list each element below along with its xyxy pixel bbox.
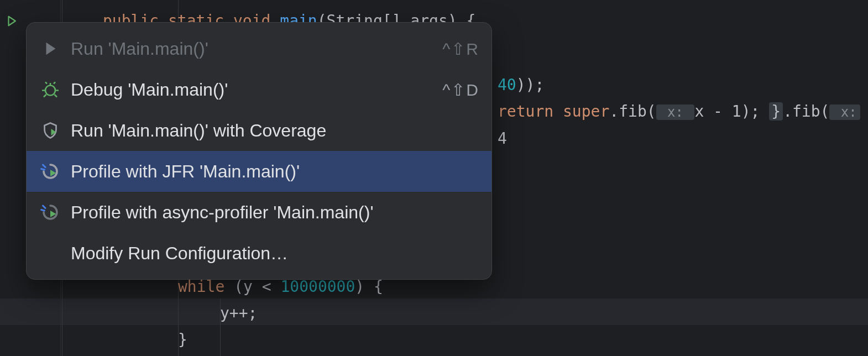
menu-label: Modify Run Configuration… [71,243,479,264]
menu-label: Profile with async-profiler 'Main.main()… [71,202,479,223]
brace-highlight: } [769,102,783,121]
number-literal: 40 [498,76,516,94]
keyword: return [498,102,563,121]
menu-item-run[interactable]: Run 'Main.main()' ^⇧R [27,28,491,69]
run-context-menu: Run 'Main.main()' ^⇧R Debug 'Main.main()… [26,22,492,280]
code-line[interactable]: return super.fib( x: x - 1); }.fib( x: 4 [498,98,868,152]
svg-point-0 [45,86,55,96]
profile-async-icon [39,201,62,224]
current-line-highlight [0,299,868,325]
shield-play-icon [39,119,62,142]
menu-label: Run 'Main.main()' [71,39,431,59]
code-line[interactable]: 40)); [498,72,544,98]
menu-shortcut: ^⇧R [442,39,479,59]
keyword: while [178,278,224,296]
menu-item-profile-async[interactable]: Profile with async-profiler 'Main.main()… [27,192,491,233]
menu-shortcut: ^⇧D [442,80,479,100]
menu-item-modify-config[interactable]: Modify Run Configuration… [27,233,491,274]
menu-item-debug[interactable]: Debug 'Main.main()' ^⇧D [27,69,491,110]
play-icon [39,37,62,60]
menu-item-profile-jfr[interactable]: Profile with JFR 'Main.main()' [27,151,491,192]
menu-label: Run 'Main.main()' with Coverage [71,121,479,141]
parameter-hint: x: [829,104,860,120]
keyword: super [563,102,609,121]
menu-label: Profile with JFR 'Main.main()' [71,161,479,182]
code-line[interactable]: y++; [220,300,257,327]
blank-icon [39,242,62,265]
code-line[interactable]: } [178,327,187,353]
menu-item-coverage[interactable]: Run 'Main.main()' with Coverage [27,110,491,151]
run-gutter-icon[interactable] [4,14,19,28]
parameter-hint: x: [656,104,695,120]
profile-jfr-icon [39,160,62,183]
number-literal: 10000000 [280,278,355,296]
menu-label: Debug 'Main.main()' [71,80,431,100]
bug-icon [39,78,62,101]
